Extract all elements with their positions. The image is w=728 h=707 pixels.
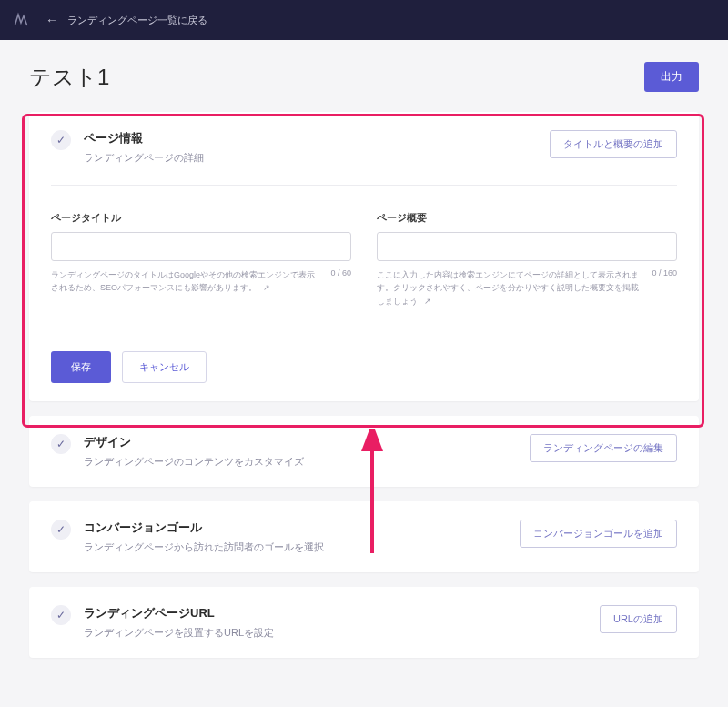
field-page-title: ページタイトル ランディングページのタイトルはGoogleやその他の検索エンジン…	[51, 211, 351, 308]
page-content: テスト1 出力 ✓ ページ情報 ランディングページの詳細 タイトルと概要の追加 …	[0, 40, 728, 694]
section-title: コンバージョンゴール	[84, 520, 520, 536]
page-title-input[interactable]	[51, 232, 351, 261]
section-title: デザイン	[84, 434, 530, 450]
field-label: ページ概要	[377, 211, 677, 225]
section-subtitle: ランディングページから訪れた訪問者のゴールを選択	[84, 540, 520, 554]
add-conversion-goal-button[interactable]: コンバージョンゴールを追加	[520, 520, 677, 548]
cancel-button[interactable]: キャンセル	[122, 351, 207, 383]
help-text: ランディングページのタイトルはGoogleやその他の検索エンジンで表示されるため…	[51, 268, 321, 295]
section-subtitle: ランディングページを設置するURLを設定	[84, 626, 600, 640]
back-label: ランディングページ一覧に戻る	[67, 14, 207, 27]
edit-landing-page-button[interactable]: ランディングページの編集	[530, 434, 677, 462]
section-title: ページ情報	[84, 130, 550, 146]
back-link[interactable]: ← ランディングページ一覧に戻る	[46, 13, 207, 27]
add-url-button[interactable]: URLの追加	[600, 605, 677, 633]
check-icon: ✓	[51, 434, 71, 454]
external-link-icon: ↗	[263, 283, 270, 292]
save-button[interactable]: 保存	[51, 351, 111, 383]
section-subtitle: ランディングページの詳細	[84, 151, 550, 165]
output-button[interactable]: 出力	[644, 62, 699, 92]
back-arrow-icon: ←	[46, 13, 58, 27]
char-count: 0 / 60	[330, 268, 351, 278]
page-summary-input[interactable]	[377, 232, 677, 261]
section-subtitle: ランディングページのコンテンツをカスタマイズ	[84, 455, 530, 469]
add-title-summary-button[interactable]: タイトルと概要の追加	[550, 130, 677, 158]
char-count: 0 / 160	[652, 268, 677, 278]
help-text: ここに入力した内容は検索エンジンにてページの詳細として表示されます。クリックされ…	[377, 268, 642, 308]
field-label: ページタイトル	[51, 211, 351, 225]
divider	[51, 185, 677, 186]
field-page-summary: ページ概要 ここに入力した内容は検索エンジンにてページの詳細として表示されます。…	[377, 211, 677, 308]
app-header: ← ランディングページ一覧に戻る	[0, 0, 728, 40]
section-page-info: ✓ ページ情報 ランディングページの詳細 タイトルと概要の追加 ページタイトル …	[29, 112, 699, 401]
check-icon: ✓	[51, 520, 71, 540]
external-link-icon: ↗	[424, 297, 431, 306]
section-design: ✓ デザイン ランディングページのコンテンツをカスタマイズ ランディングページの…	[29, 416, 699, 487]
logo-icon	[13, 12, 29, 28]
page-header: テスト1 出力	[29, 62, 699, 92]
check-icon: ✓	[51, 130, 71, 150]
check-icon: ✓	[51, 605, 71, 625]
section-conversion: ✓ コンバージョンゴール ランディングページから訪れた訪問者のゴールを選択 コン…	[29, 501, 699, 572]
page-title: テスト1	[29, 63, 109, 92]
section-url: ✓ ランディングページURL ランディングページを設置するURLを設定 URLの…	[29, 587, 699, 658]
section-title: ランディングページURL	[84, 605, 600, 621]
